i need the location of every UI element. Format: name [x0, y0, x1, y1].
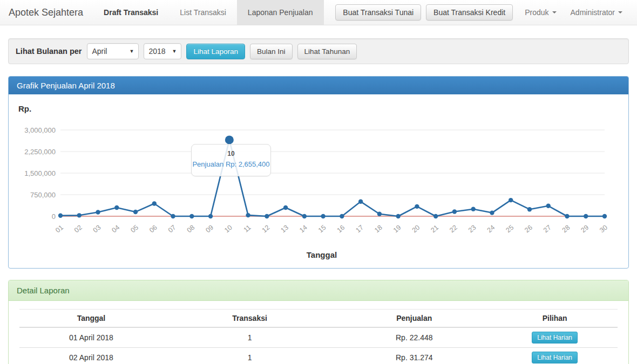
- chart-point[interactable]: [546, 204, 551, 208]
- table-header-row: TanggalTransaksiPenjualanPilihan: [19, 310, 618, 328]
- table-row: 01 April 20181Rp. 22.448Lihat Harian: [19, 327, 618, 348]
- filter-label: Lihat Bulanan per: [16, 47, 82, 56]
- svg-text:13: 13: [279, 224, 290, 235]
- svg-text:29: 29: [580, 224, 591, 235]
- svg-text:22: 22: [448, 224, 459, 235]
- navbar: Apotek Sejahtera Draft Transaksi List Tr…: [0, 0, 637, 25]
- month-select[interactable]: April ▼: [87, 43, 139, 59]
- svg-text:15: 15: [317, 224, 328, 235]
- svg-text:750,000: 750,000: [30, 191, 56, 199]
- chart-point[interactable]: [265, 214, 269, 218]
- column-header: Pilihan: [492, 310, 618, 328]
- svg-text:07: 07: [167, 224, 178, 235]
- chart-point[interactable]: [152, 201, 157, 205]
- chart-point[interactable]: [527, 207, 532, 211]
- cell-transaksi: 1: [163, 348, 336, 364]
- svg-text:10: 10: [223, 224, 234, 235]
- chart-panel-title: Grafik Penjualan April 2018: [9, 77, 628, 94]
- column-header: Transaksi: [163, 310, 336, 328]
- chart-area: Rp. 0750,0001,500,0002,250,0003,000,0000…: [9, 94, 628, 268]
- chart-point[interactable]: [171, 214, 175, 218]
- chart-point[interactable]: [358, 200, 363, 204]
- svg-text:04: 04: [111, 224, 121, 235]
- svg-text:06: 06: [148, 224, 159, 235]
- chart-point[interactable]: [509, 198, 513, 202]
- cell-pilihan: Lihat Harian: [492, 327, 618, 348]
- svg-text:2,250,000: 2,250,000: [24, 148, 56, 156]
- chart-point[interactable]: [96, 210, 100, 214]
- chart-point[interactable]: [602, 214, 607, 218]
- chart-point[interactable]: [584, 214, 588, 218]
- svg-text:01: 01: [54, 224, 65, 235]
- svg-text:02: 02: [73, 224, 84, 235]
- chart-point[interactable]: [189, 214, 194, 218]
- chart-point[interactable]: [565, 214, 569, 218]
- year-select-value: 2018: [148, 47, 165, 56]
- svg-text:27: 27: [542, 224, 553, 235]
- x-axis-title: Tanggal: [307, 250, 337, 259]
- chart-point[interactable]: [302, 214, 307, 218]
- svg-text:03: 03: [92, 224, 103, 235]
- column-header: Penjualan: [336, 310, 492, 328]
- navbar-right: Buat Transaksi Tunai Buat Transaksi Kred…: [335, 0, 637, 25]
- x-axis-labels: 0102030405060708091011121314151617181920…: [54, 224, 609, 235]
- chart-point[interactable]: [133, 210, 138, 214]
- nav-item-list-transaksi[interactable]: List Transaksi: [169, 0, 237, 25]
- chart-point[interactable]: [471, 207, 475, 211]
- svg-text:26: 26: [523, 224, 534, 235]
- chart-point[interactable]: [433, 214, 438, 218]
- chart-panel: Grafik Penjualan April 2018 Rp. 0750,000…: [8, 76, 629, 269]
- svg-text:20: 20: [411, 224, 422, 235]
- nav-item-laporan-penjualan[interactable]: Laponan Penjualan: [237, 0, 324, 25]
- chart-point[interactable]: [283, 205, 288, 210]
- table-row: 02 April 20181Rp. 31.274Lihat Harian: [19, 348, 618, 364]
- filter-bar: Lihat Bulanan per April ▼ 2018 ▼ Lihat L…: [8, 38, 629, 64]
- chart-point[interactable]: [452, 209, 457, 214]
- year-select[interactable]: 2018 ▼: [144, 43, 181, 59]
- chart-point[interactable]: [340, 214, 344, 218]
- chart-point[interactable]: [58, 214, 63, 218]
- chart-point[interactable]: [396, 214, 400, 218]
- chart-point[interactable]: [208, 214, 213, 218]
- svg-text:16: 16: [336, 224, 347, 235]
- administrator-dropdown[interactable]: Administrator: [564, 8, 629, 17]
- svg-text:19: 19: [392, 224, 403, 235]
- bulan-ini-button[interactable]: Bulan Ini: [250, 44, 293, 59]
- produk-dropdown[interactable]: Produk: [518, 8, 563, 17]
- svg-text:1,500,000: 1,500,000: [24, 169, 56, 177]
- lihat-tahunan-button[interactable]: Lihat Tahunan: [297, 44, 357, 59]
- brand-title[interactable]: Apotek Sejahtera: [0, 0, 93, 25]
- produk-dropdown-label: Produk: [525, 8, 548, 17]
- detail-table-wrap: TanggalTransaksiPenjualanPilihan 01 Apri…: [9, 301, 628, 364]
- detail-table: TanggalTransaksiPenjualanPilihan 01 Apri…: [19, 309, 618, 364]
- svg-text:09: 09: [204, 224, 215, 235]
- lihat-laporan-button[interactable]: Lihat Laporan: [186, 44, 245, 59]
- detail-panel-title: Detail Laporan: [9, 280, 628, 301]
- tooltip-title: 10: [192, 150, 270, 157]
- select-arrow-icon: ▼: [172, 49, 177, 54]
- lihat-harian-button[interactable]: Lihat Harian: [532, 352, 578, 363]
- chart-point[interactable]: [77, 213, 82, 217]
- nav-item-draft-transaksi[interactable]: Draft Transaksi: [93, 0, 169, 25]
- buat-transaksi-tunai-button[interactable]: Buat Transaksi Tunai: [335, 4, 421, 20]
- lihat-harian-button[interactable]: Lihat Harian: [532, 332, 578, 344]
- cell-tanggal: 02 April 2018: [19, 348, 163, 364]
- svg-text:21: 21: [429, 224, 440, 235]
- svg-text:18: 18: [373, 224, 384, 235]
- chart-point[interactable]: [321, 214, 325, 218]
- svg-text:05: 05: [129, 224, 140, 235]
- chart-point[interactable]: [114, 205, 119, 210]
- month-select-value: April: [92, 47, 107, 56]
- sales-line-chart: 0750,0001,500,0002,250,0003,000,00001020…: [9, 94, 628, 268]
- chart-point[interactable]: [246, 213, 250, 217]
- tooltip-value: Penjualan Rp: 2,655,400: [192, 160, 270, 168]
- caret-down-icon: [618, 11, 622, 13]
- chart-point[interactable]: [415, 204, 419, 209]
- svg-text:30: 30: [598, 224, 609, 235]
- chart-point[interactable]: [377, 212, 382, 216]
- chart-point[interactable]: [490, 210, 494, 215]
- buat-transaksi-kredit-button[interactable]: Buat Transaksi Kredit: [426, 4, 513, 20]
- chart-point-active[interactable]: [225, 135, 234, 144]
- chart-tooltip: 10 Penjualan Rp: 2,655,400: [191, 144, 271, 176]
- svg-text:28: 28: [561, 224, 572, 235]
